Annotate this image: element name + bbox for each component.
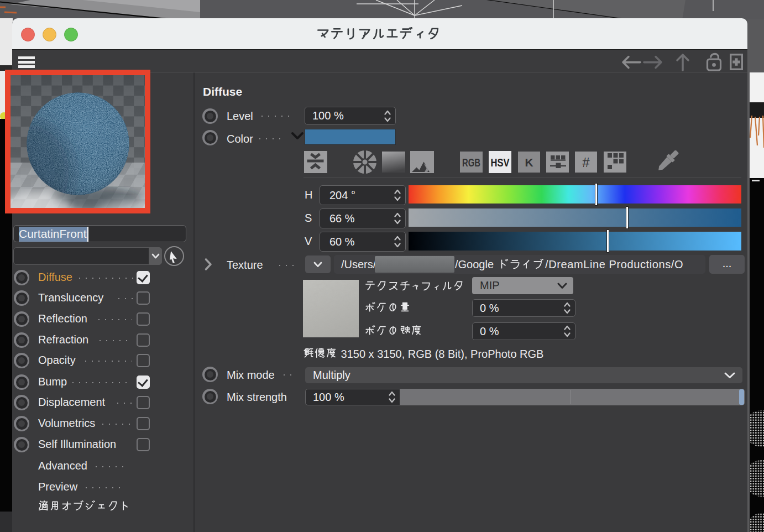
svg-text:K: K — [525, 156, 533, 169]
svg-text:HSV: HSV — [491, 156, 510, 169]
svg-text:#: # — [582, 155, 590, 170]
svg-text:RGB: RGB — [462, 156, 480, 169]
